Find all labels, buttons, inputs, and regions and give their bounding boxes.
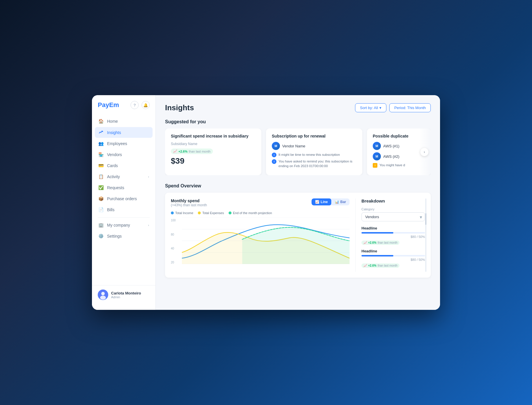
sidebar-item-bills[interactable]: 📄 Bills <box>95 205 153 215</box>
legend-income: Total Income <box>171 211 193 215</box>
insights-icon <box>98 130 104 135</box>
sidebar-item-label: Home <box>107 119 118 124</box>
sidebar-item-label: Employees <box>107 141 127 146</box>
scrollbar-track <box>425 198 426 272</box>
sidebar-item-label: Purchase orders <box>107 196 137 201</box>
home-icon: 🏠 <box>98 119 104 124</box>
category-select-wrapper: Vendors <box>361 212 425 221</box>
vendor-name: Vendor Name <box>282 144 305 148</box>
chevron-down-icon: ▾ <box>379 106 381 110</box>
sidebar-item-label: Activity <box>107 174 120 179</box>
chart-legend: Total Income Total Expenses End of the m… <box>171 211 350 215</box>
my-company-icon: 🏢 <box>98 223 104 228</box>
suggested-cards-container: Significant spend increase in subsidiary… <box>165 129 431 183</box>
chevron-right-icon: › <box>148 223 149 227</box>
chart-title-group: Monthly spend (+43%) than last month <box>171 198 207 207</box>
bell-icon[interactable]: 🔔 <box>142 101 150 109</box>
chart-svg <box>182 218 350 264</box>
breakdown-item-2-title: Headline <box>361 249 425 253</box>
chart-container: 100 80 40 20 <box>171 218 350 265</box>
sidebar-item-purchase-orders[interactable]: 📦 Purchase orders <box>95 194 153 204</box>
sidebar-item-settings[interactable]: ⚙️ Settings <box>95 231 153 241</box>
progress-bar-1 <box>361 232 425 234</box>
sidebar-item-label: Cards <box>107 163 118 168</box>
progress-bar-2 <box>361 255 425 256</box>
sidebar-item-requests[interactable]: ✅ Requests <box>95 182 153 193</box>
sidebar-item-insights[interactable]: Insights <box>95 127 153 138</box>
sidebar-logo: PayEm ? 🔔 <box>92 101 155 116</box>
sidebar-item-vendors[interactable]: 🏪 Vendors <box>95 149 153 160</box>
sidebar-item-cards[interactable]: 💳 Cards <box>95 160 153 171</box>
duplicate-vendor1-logo: M <box>373 142 381 150</box>
legend-expenses-dot <box>198 211 201 214</box>
breakdown-item-1: Headline $80 / 50% 📈 +2.6% than last mon… <box>361 226 425 245</box>
cards-icon: 💳 <box>98 163 104 168</box>
progress-info-2: $80 / 50% <box>361 258 425 261</box>
vendor-logo: M <box>272 142 280 150</box>
y-axis-labels: 100 80 40 20 <box>171 218 180 265</box>
user-info: Carlota Monteiro Admin <box>111 291 141 299</box>
sidebar-item-employees[interactable]: 👥 Employees <box>95 138 153 149</box>
breakdown-section: Breakdown Category Vendors Headline <box>355 198 425 272</box>
bar-chart-icon: 📊 <box>335 200 339 204</box>
sidebar-item-activity[interactable]: 📋 Activity › <box>95 171 153 182</box>
vendor-row: M Vendor Name <box>272 142 357 150</box>
svg-point-2 <box>100 296 106 300</box>
scrollbar-thumb[interactable] <box>425 213 426 225</box>
sidebar-user[interactable]: Carlota Monteiro Admin <box>92 285 155 304</box>
legend-expenses: Total Expenses <box>198 211 224 215</box>
spend-increase-amount: $39 <box>171 156 256 166</box>
subscription-title: Subscription up for renewal <box>272 134 357 138</box>
chart-header: Monthly spend (+43%) than last month 📈 L… <box>171 198 350 207</box>
spend-increase-title: Significant spend increase in subsidiary <box>171 134 256 138</box>
nav-divider <box>98 217 150 218</box>
user-role: Admin <box>111 295 141 299</box>
arrow-up-icon: 📈 <box>173 149 177 153</box>
breakdown-item-2: Headline $80 / 50% 📈 +2.6% than last mon… <box>361 249 425 268</box>
sidebar-item-label: My company <box>107 223 130 227</box>
sort-button[interactable]: Sort by: All ▾ <box>355 103 386 112</box>
period-button[interactable]: Period: This Month <box>389 103 431 112</box>
chart-type-toggle: 📈 Line 📊 Bar <box>312 198 350 205</box>
settings-icon: ⚙️ <box>98 234 104 239</box>
vendors-icon: 🏪 <box>98 152 104 157</box>
sidebar-item-home[interactable]: 🏠 Home <box>95 116 153 126</box>
avatar <box>98 290 108 300</box>
line-chart-icon: 📈 <box>315 200 319 204</box>
duplicate-warn-row: ! You might have d <box>373 163 425 168</box>
svg-point-1 <box>101 292 105 295</box>
trending-up-icon-2: 📈 <box>363 264 367 267</box>
spend-overview-card: Monthly spend (+43%) than last month 📈 L… <box>165 193 431 278</box>
card-nav-next[interactable]: › <box>420 148 428 156</box>
breakdown-badge-2: 📈 +2.6% than last month <box>361 263 399 268</box>
header-actions: Sort by: All ▾ Period: This Month <box>355 103 431 112</box>
spend-increase-subtitle: Subsidiary Name <box>171 142 256 146</box>
legend-projection: End of the month projection <box>229 211 272 215</box>
progress-bar-fill-2 <box>361 255 393 256</box>
bills-icon: 📄 <box>98 207 104 212</box>
progress-bar-fill-1 <box>361 232 393 234</box>
category-select[interactable]: Vendors <box>361 212 425 221</box>
logo: PayEm <box>98 101 119 109</box>
sidebar-item-label: Insights <box>107 130 121 135</box>
sidebar-item-label: Settings <box>107 234 122 238</box>
suggested-cards: Significant spend increase in subsidiary… <box>165 129 431 175</box>
app-container: PayEm ? 🔔 🏠 Home Insights <box>92 95 440 310</box>
employees-icon: 👥 <box>98 141 104 146</box>
help-icon[interactable]: ? <box>131 101 139 109</box>
info-icon-2: i <box>272 159 276 164</box>
duplicate-vendor2-row: M AWS (#2) <box>373 152 425 160</box>
sidebar-item-my-company[interactable]: 🏢 My company › <box>95 220 153 230</box>
sidebar-header-icons: ? 🔔 <box>131 101 150 109</box>
spend-increase-card: Significant spend increase in subsidiary… <box>165 129 261 175</box>
bar-toggle[interactable]: 📊 Bar <box>331 198 350 205</box>
line-toggle[interactable]: 📈 Line <box>312 198 331 205</box>
chart-title: Monthly spend <box>171 198 207 203</box>
suggested-title: Suggested for you <box>165 119 431 124</box>
warn-icon: ! <box>373 163 377 168</box>
requests-icon: ✅ <box>98 185 104 190</box>
nav-items: 🏠 Home Insights 👥 Employees � <box>92 116 155 285</box>
chart-subtitle: (+43%) than last month <box>171 203 207 207</box>
category-label: Category <box>361 207 425 211</box>
sidebar-item-label: Requests <box>107 185 124 190</box>
